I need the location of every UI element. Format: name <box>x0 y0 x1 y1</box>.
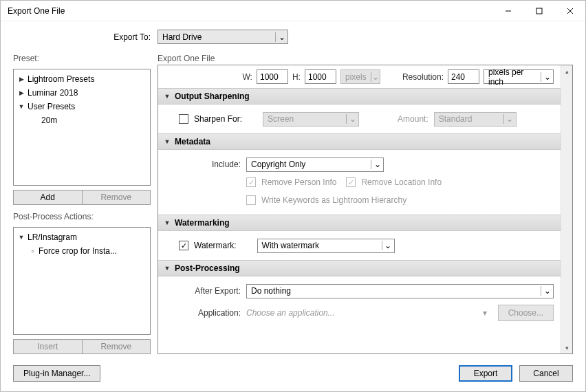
triangle-right-icon: ▶ <box>18 89 25 96</box>
resolution-label: Resolution: <box>402 72 444 82</box>
settings-title: Export One File <box>158 54 573 63</box>
chevron-down-icon: ⌄ <box>503 114 516 124</box>
watermark-checkbox[interactable] <box>179 241 188 250</box>
preset-item-lightroom[interactable]: ▶Lightroom Presets <box>14 72 150 86</box>
width-label: W: <box>243 72 252 82</box>
preset-remove-button[interactable]: Remove <box>83 190 151 205</box>
sharpen-for-checkbox[interactable] <box>179 114 188 124</box>
triangle-down-icon: ▼ <box>164 265 171 272</box>
metadata-include-label: Include: <box>165 160 241 169</box>
export-to-dropdown[interactable]: Hard Drive ⌄ <box>158 30 288 44</box>
export-to-label: Export To: <box>13 32 151 42</box>
triangle-down-icon: ▼ <box>164 93 171 100</box>
chevron-down-icon: ⌄ <box>541 72 553 82</box>
watermark-dropdown[interactable]: With watermark⌄ <box>257 239 395 253</box>
sharpen-for-label: Sharpen For: <box>194 114 242 124</box>
preset-list[interactable]: ▶Lightroom Presets ▶Luminar 2018 ▼User P… <box>13 69 151 186</box>
triangle-down-icon: ▼ <box>18 234 25 241</box>
scroll-up-icon[interactable]: ▴ <box>561 65 572 77</box>
height-label: H: <box>292 72 301 82</box>
resolution-input[interactable]: 240 <box>448 69 479 84</box>
scroll-down-icon[interactable]: ▾ <box>561 342 572 353</box>
triangle-down-icon: ▼ <box>164 138 171 145</box>
maximize-button[interactable] <box>523 1 554 21</box>
watermark-label: Watermark: <box>194 241 237 250</box>
write-keywords-checkbox <box>246 195 256 205</box>
sharpen-amount-label: Amount: <box>398 114 428 124</box>
chevron-down-icon: ⌄ <box>371 160 383 169</box>
height-input[interactable]: 1000 <box>305 69 336 84</box>
chevron-down-icon[interactable]: ▾ <box>483 308 487 318</box>
ppa-item-force-crop[interactable]: ⋄Force crop for Insta... <box>14 244 150 258</box>
ppa-remove-button[interactable]: Remove <box>83 339 151 354</box>
ppa-insert-button[interactable]: Insert <box>13 339 83 354</box>
chevron-down-icon: ⌄ <box>382 241 394 250</box>
sharpen-target-dropdown[interactable]: Screen⌄ <box>263 112 359 127</box>
preset-add-button[interactable]: Add <box>13 190 83 205</box>
cancel-button[interactable]: Cancel <box>519 365 573 382</box>
post-process-actions-list[interactable]: ▼LR/Instagram ⋄Force crop for Insta... <box>13 227 151 335</box>
title-bar: Export One File <box>1 1 585 21</box>
preset-label: Preset: <box>13 54 151 63</box>
section-output-sharpening[interactable]: ▼Output Sharpening <box>158 88 561 105</box>
preset-item-20m[interactable]: 20m <box>14 113 150 127</box>
settings-panel: W: 1000 H: 1000 pixels⌄ Resolution: 240 … <box>158 65 561 353</box>
chevron-down-icon: ⌄ <box>541 286 553 296</box>
write-keywords-label: Write Keywords as Lightroom Hierarchy <box>261 195 406 205</box>
remove-location-info-checkbox <box>346 177 356 187</box>
size-unit-dropdown[interactable]: pixels⌄ <box>340 69 380 84</box>
application-label: Application: <box>165 308 241 318</box>
application-placeholder: Choose an application... <box>246 308 477 318</box>
remove-person-info-label: Remove Person Info <box>261 177 336 187</box>
triangle-right-icon: ▶ <box>18 76 25 83</box>
post-process-actions-label: Post-Process Actions: <box>13 212 151 221</box>
preset-item-user[interactable]: ▼User Presets <box>14 100 150 113</box>
preset-item-luminar[interactable]: ▶Luminar 2018 <box>14 86 150 100</box>
section-post-processing[interactable]: ▼Post-Processing <box>158 260 561 276</box>
remove-person-info-checkbox <box>246 177 256 187</box>
minimize-button[interactable] <box>492 1 523 21</box>
close-button[interactable] <box>554 1 585 21</box>
bullet-icon: ⋄ <box>29 248 36 254</box>
choose-app-button[interactable]: Choose... <box>498 305 554 321</box>
after-export-dropdown[interactable]: Do nothing⌄ <box>246 284 554 298</box>
ppa-item-lr-instagram[interactable]: ▼LR/Instagram <box>14 230 150 244</box>
svg-rect-1 <box>536 8 542 14</box>
window-title: Export One File <box>8 6 492 16</box>
chevron-down-icon: ⌄ <box>346 114 358 124</box>
section-metadata[interactable]: ▼Metadata <box>158 133 561 150</box>
section-watermarking[interactable]: ▼Watermarking <box>158 215 561 231</box>
chevron-down-icon: ⌄ <box>275 32 287 42</box>
triangle-down-icon: ▼ <box>164 219 171 226</box>
sharpen-amount-dropdown[interactable]: Standard⌄ <box>434 112 517 127</box>
metadata-include-dropdown[interactable]: Copyright Only⌄ <box>246 157 384 172</box>
settings-scrollbar[interactable]: ▴ ▾ <box>561 65 572 353</box>
remove-location-info-label: Remove Location Info <box>361 177 442 187</box>
after-export-label: After Export: <box>165 286 241 296</box>
width-input[interactable]: 1000 <box>257 69 288 84</box>
plugin-manager-button[interactable]: Plug-in Manager... <box>13 365 100 382</box>
chevron-down-icon: ⌄ <box>371 72 380 82</box>
export-dialog: Export One File Export To: Hard Drive ⌄ … <box>0 0 586 392</box>
resolution-unit-dropdown[interactable]: pixels per inch⌄ <box>484 69 554 84</box>
export-button[interactable]: Export <box>459 365 512 382</box>
triangle-down-icon: ▼ <box>18 103 25 110</box>
